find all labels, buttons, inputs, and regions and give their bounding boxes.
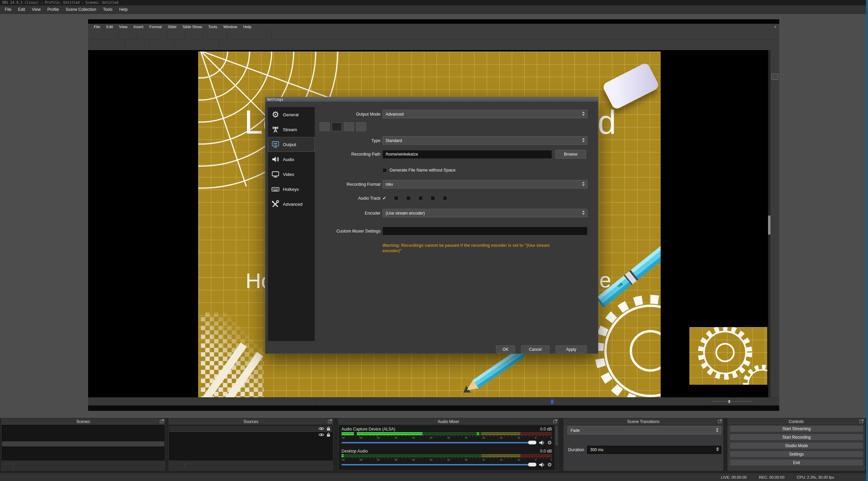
output-tab[interactable] [344,122,354,131]
output-mode-row: Output Mode Advanced [319,110,587,118]
studio-mode-button[interactable]: Studio Mode [729,442,864,449]
audio-track-checkbox[interactable] [431,196,437,201]
exit-button[interactable]: Exit [729,459,864,466]
eye-visibility-icon[interactable] [318,427,324,430]
audio-track-checkbox[interactable] [383,196,388,201]
settings-nav-output[interactable]: Output [268,137,315,152]
gears-image-object[interactable] [689,327,767,385]
ok-button[interactable]: OK [496,345,515,353]
scrollbar-thumb[interactable] [555,426,558,445]
settings-nav-advanced[interactable]: Advanced [268,197,315,212]
speaker-icon[interactable] [539,440,545,445]
browse-button[interactable]: Browse [555,150,586,159]
obs-menu-item[interactable]: Tools [100,5,116,14]
apply-button[interactable]: Apply [556,345,587,353]
transitions-dock-titlebar[interactable]: Scene Transitions [563,418,723,425]
zoom-slider-handle[interactable] [728,400,730,403]
output-tab[interactable] [356,122,366,131]
scenes-list [2,425,165,461]
close-document-icon[interactable]: × [774,24,777,30]
impress-menu-item[interactable]: Help [240,24,254,30]
impress-menu-item[interactable]: Window [220,24,240,30]
start-recording-button[interactable]: Start Recording [729,434,864,441]
eye-visibility-icon[interactable] [318,433,324,437]
obs-menu-item[interactable]: Profile [44,5,62,14]
mixer-channel-db: 0.0 dB [540,427,552,432]
controls-dock-titlebar[interactable]: Controls [727,418,865,425]
dock-float-icon[interactable] [718,420,721,423]
impress-drawing-toolbar [88,40,779,50]
dock-float-icon[interactable] [160,420,163,423]
volume-slider[interactable] [342,442,536,443]
mixer-channel-name: Desktop Audio [342,449,368,454]
dock-float-icon[interactable] [328,420,331,423]
audio-mixer-dock-titlebar[interactable]: Audio Mixer [338,418,559,425]
obs-menu-item[interactable]: View [28,5,44,14]
impress-vertical-scrollbar[interactable] [768,50,770,397]
fit-slide-indicator[interactable] [551,400,554,404]
output-mode-select[interactable]: Advanced [383,110,587,118]
impress-menu-item[interactable]: View [116,24,130,30]
volume-slider[interactable] [342,464,536,465]
channel-settings-gear-icon[interactable]: ⚙ [547,462,552,467]
recording-type-select[interactable]: Standard [383,136,587,145]
source-list-item[interactable] [169,425,332,432]
duration-spinbox[interactable]: 300 ms [587,446,721,454]
recording-format-select[interactable]: mkv [383,180,587,188]
channel-settings-gear-icon[interactable]: ⚙ [547,440,552,445]
impress-menu-item[interactable]: Format [146,24,165,30]
impress-menu-item[interactable]: Slide [165,24,180,30]
scene-list-item[interactable] [2,431,164,436]
audio-track-checkbox[interactable] [443,196,449,201]
impress-menu-item[interactable]: Tools [205,24,220,30]
custom-muxer-input[interactable] [383,227,587,235]
impress-menu-item[interactable]: Slide Show [180,24,205,30]
settings-button[interactable]: Settings [729,450,864,458]
recording-path-input[interactable]: /home/winkekatze [383,150,552,159]
lock-icon[interactable] [327,433,330,437]
scene-list-item[interactable] [2,441,164,447]
scene-list-item[interactable] [2,425,164,431]
impress-menu-item[interactable]: Edit [103,24,116,30]
scenes-dock-titlebar[interactable]: Scenes [1,418,165,425]
mixer-scrollbar[interactable] [555,425,558,470]
settings-nav-video[interactable]: Video [268,167,315,182]
generate-no-space-checkbox[interactable] [383,168,387,173]
encoder-select[interactable]: (Use stream encoder) [383,209,587,217]
source-list-item[interactable] [169,432,332,438]
spinner-arrows-icon [582,182,585,186]
obs-menu-item[interactable]: Edit [15,5,28,14]
settings-nav-audio[interactable]: Audio [268,152,315,167]
dock-float-icon[interactable] [860,420,863,423]
settings-nav-stream[interactable]: Stream [268,122,315,137]
cancel-button[interactable]: Cancel [521,345,550,353]
impress-menu-item[interactable]: File [91,24,103,30]
zoom-slider[interactable] [711,401,752,402]
settings-nav-general[interactable]: ⚙ General [268,107,315,122]
obs-menu-item[interactable]: File [1,5,15,14]
obs-menu-item[interactable]: Scene Collection [62,5,100,14]
speaker-icon[interactable] [539,462,545,467]
lock-icon[interactable] [327,426,330,431]
obs-menu-item[interactable]: Help [116,5,131,14]
volume-slider-handle[interactable] [528,463,536,466]
encoder-label: Encoder [319,211,380,216]
transition-select[interactable]: Fade [567,426,721,435]
settings-nav-hotkeys[interactable]: Hotkeys [268,182,315,197]
audio-track-checkbox[interactable] [394,196,400,201]
impress-menu-item[interactable]: Insert [130,24,146,30]
output-tab[interactable] [332,122,342,131]
scrollbar-thumb[interactable] [768,216,770,235]
muxer-row: Custom Muxer Settings [319,227,587,235]
volume-slider-handle[interactable] [528,441,536,444]
output-tab[interactable] [319,122,330,131]
dock-float-icon[interactable] [553,420,557,423]
recording-format-row: Recording Format mkv [319,180,587,188]
audio-track-checkbox[interactable] [418,196,425,201]
audio-track-checkbox[interactable] [406,196,413,201]
scene-list-item[interactable] [2,436,164,441]
sources-dock-titlebar[interactable]: Sources [168,418,333,425]
settings-dialog-titlebar[interactable]: Settings [265,97,598,102]
start-streaming-button[interactable]: Start Streaming [729,425,864,432]
sources-list [169,425,333,461]
